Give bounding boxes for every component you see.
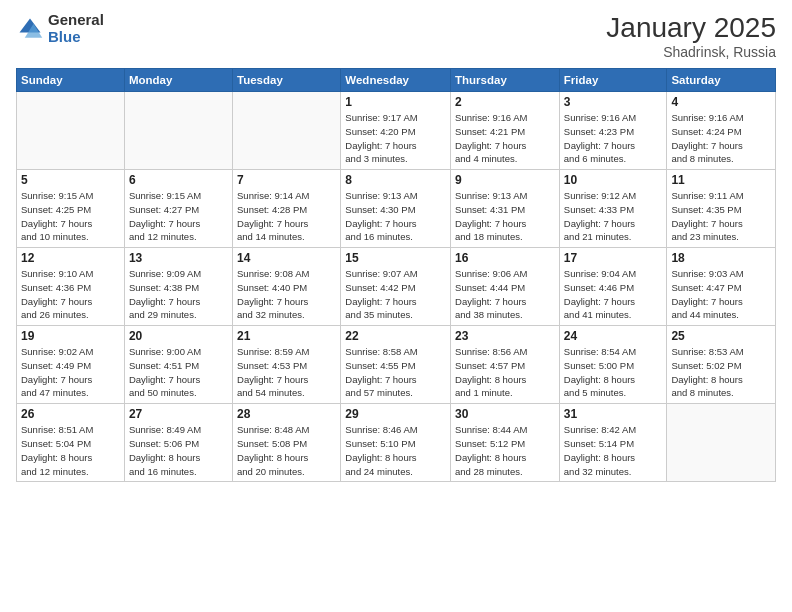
day-info: Sunrise: 9:04 AM Sunset: 4:46 PM Dayligh… [564, 267, 663, 322]
table-row: 13Sunrise: 9:09 AM Sunset: 4:38 PM Dayli… [124, 248, 232, 326]
day-info: Sunrise: 9:00 AM Sunset: 4:51 PM Dayligh… [129, 345, 228, 400]
day-number: 8 [345, 173, 446, 187]
day-number: 15 [345, 251, 446, 265]
day-number: 4 [671, 95, 771, 109]
day-number: 23 [455, 329, 555, 343]
table-row: 30Sunrise: 8:44 AM Sunset: 5:12 PM Dayli… [451, 404, 560, 482]
logo-general: General [48, 12, 104, 29]
day-info: Sunrise: 8:49 AM Sunset: 5:06 PM Dayligh… [129, 423, 228, 478]
day-info: Sunrise: 9:13 AM Sunset: 4:31 PM Dayligh… [455, 189, 555, 244]
col-tuesday: Tuesday [233, 69, 341, 92]
table-row: 24Sunrise: 8:54 AM Sunset: 5:00 PM Dayli… [559, 326, 667, 404]
day-number: 27 [129, 407, 228, 421]
logo-text: General Blue [48, 12, 104, 45]
day-number: 18 [671, 251, 771, 265]
table-row: 11Sunrise: 9:11 AM Sunset: 4:35 PM Dayli… [667, 170, 776, 248]
col-sunday: Sunday [17, 69, 125, 92]
day-info: Sunrise: 9:10 AM Sunset: 4:36 PM Dayligh… [21, 267, 120, 322]
day-number: 3 [564, 95, 663, 109]
day-info: Sunrise: 8:54 AM Sunset: 5:00 PM Dayligh… [564, 345, 663, 400]
table-row: 6Sunrise: 9:15 AM Sunset: 4:27 PM Daylig… [124, 170, 232, 248]
day-info: Sunrise: 8:48 AM Sunset: 5:08 PM Dayligh… [237, 423, 336, 478]
col-thursday: Thursday [451, 69, 560, 92]
day-number: 19 [21, 329, 120, 343]
day-info: Sunrise: 9:14 AM Sunset: 4:28 PM Dayligh… [237, 189, 336, 244]
day-number: 7 [237, 173, 336, 187]
day-number: 28 [237, 407, 336, 421]
calendar-week-row: 5Sunrise: 9:15 AM Sunset: 4:25 PM Daylig… [17, 170, 776, 248]
day-number: 2 [455, 95, 555, 109]
day-info: Sunrise: 9:07 AM Sunset: 4:42 PM Dayligh… [345, 267, 446, 322]
day-info: Sunrise: 8:42 AM Sunset: 5:14 PM Dayligh… [564, 423, 663, 478]
table-row: 2Sunrise: 9:16 AM Sunset: 4:21 PM Daylig… [451, 92, 560, 170]
day-info: Sunrise: 8:51 AM Sunset: 5:04 PM Dayligh… [21, 423, 120, 478]
table-row: 25Sunrise: 8:53 AM Sunset: 5:02 PM Dayli… [667, 326, 776, 404]
day-info: Sunrise: 9:03 AM Sunset: 4:47 PM Dayligh… [671, 267, 771, 322]
calendar-table: Sunday Monday Tuesday Wednesday Thursday… [16, 68, 776, 482]
day-number: 9 [455, 173, 555, 187]
logo: General Blue [16, 12, 104, 45]
day-number: 21 [237, 329, 336, 343]
calendar-week-row: 1Sunrise: 9:17 AM Sunset: 4:20 PM Daylig… [17, 92, 776, 170]
logo-blue: Blue [48, 29, 104, 46]
day-info: Sunrise: 8:53 AM Sunset: 5:02 PM Dayligh… [671, 345, 771, 400]
table-row: 7Sunrise: 9:14 AM Sunset: 4:28 PM Daylig… [233, 170, 341, 248]
day-info: Sunrise: 9:16 AM Sunset: 4:24 PM Dayligh… [671, 111, 771, 166]
day-info: Sunrise: 9:13 AM Sunset: 4:30 PM Dayligh… [345, 189, 446, 244]
day-info: Sunrise: 9:15 AM Sunset: 4:27 PM Dayligh… [129, 189, 228, 244]
col-saturday: Saturday [667, 69, 776, 92]
table-row: 1Sunrise: 9:17 AM Sunset: 4:20 PM Daylig… [341, 92, 451, 170]
day-number: 17 [564, 251, 663, 265]
page: General Blue January 2025 Shadrinsk, Rus… [0, 0, 792, 612]
day-number: 26 [21, 407, 120, 421]
month-title: January 2025 [606, 12, 776, 44]
day-number: 24 [564, 329, 663, 343]
col-friday: Friday [559, 69, 667, 92]
day-number: 13 [129, 251, 228, 265]
day-number: 6 [129, 173, 228, 187]
day-number: 14 [237, 251, 336, 265]
table-row: 31Sunrise: 8:42 AM Sunset: 5:14 PM Dayli… [559, 404, 667, 482]
day-number: 11 [671, 173, 771, 187]
table-row: 29Sunrise: 8:46 AM Sunset: 5:10 PM Dayli… [341, 404, 451, 482]
col-wednesday: Wednesday [341, 69, 451, 92]
table-row: 27Sunrise: 8:49 AM Sunset: 5:06 PM Dayli… [124, 404, 232, 482]
day-number: 31 [564, 407, 663, 421]
table-row: 23Sunrise: 8:56 AM Sunset: 4:57 PM Dayli… [451, 326, 560, 404]
day-number: 20 [129, 329, 228, 343]
table-row [124, 92, 232, 170]
table-row [17, 92, 125, 170]
day-info: Sunrise: 9:12 AM Sunset: 4:33 PM Dayligh… [564, 189, 663, 244]
calendar-week-row: 19Sunrise: 9:02 AM Sunset: 4:49 PM Dayli… [17, 326, 776, 404]
calendar-week-row: 26Sunrise: 8:51 AM Sunset: 5:04 PM Dayli… [17, 404, 776, 482]
day-info: Sunrise: 8:59 AM Sunset: 4:53 PM Dayligh… [237, 345, 336, 400]
location-subtitle: Shadrinsk, Russia [606, 44, 776, 60]
logo-icon [16, 15, 44, 43]
header: General Blue January 2025 Shadrinsk, Rus… [16, 12, 776, 60]
day-info: Sunrise: 9:09 AM Sunset: 4:38 PM Dayligh… [129, 267, 228, 322]
day-info: Sunrise: 8:56 AM Sunset: 4:57 PM Dayligh… [455, 345, 555, 400]
table-row: 4Sunrise: 9:16 AM Sunset: 4:24 PM Daylig… [667, 92, 776, 170]
table-row: 15Sunrise: 9:07 AM Sunset: 4:42 PM Dayli… [341, 248, 451, 326]
table-row: 3Sunrise: 9:16 AM Sunset: 4:23 PM Daylig… [559, 92, 667, 170]
table-row: 22Sunrise: 8:58 AM Sunset: 4:55 PM Dayli… [341, 326, 451, 404]
day-info: Sunrise: 9:02 AM Sunset: 4:49 PM Dayligh… [21, 345, 120, 400]
day-number: 12 [21, 251, 120, 265]
table-row: 16Sunrise: 9:06 AM Sunset: 4:44 PM Dayli… [451, 248, 560, 326]
title-block: January 2025 Shadrinsk, Russia [606, 12, 776, 60]
day-info: Sunrise: 8:58 AM Sunset: 4:55 PM Dayligh… [345, 345, 446, 400]
calendar-week-row: 12Sunrise: 9:10 AM Sunset: 4:36 PM Dayli… [17, 248, 776, 326]
table-row: 21Sunrise: 8:59 AM Sunset: 4:53 PM Dayli… [233, 326, 341, 404]
day-info: Sunrise: 9:16 AM Sunset: 4:23 PM Dayligh… [564, 111, 663, 166]
day-info: Sunrise: 9:15 AM Sunset: 4:25 PM Dayligh… [21, 189, 120, 244]
day-number: 1 [345, 95, 446, 109]
day-info: Sunrise: 9:16 AM Sunset: 4:21 PM Dayligh… [455, 111, 555, 166]
day-info: Sunrise: 9:08 AM Sunset: 4:40 PM Dayligh… [237, 267, 336, 322]
day-info: Sunrise: 9:11 AM Sunset: 4:35 PM Dayligh… [671, 189, 771, 244]
table-row: 20Sunrise: 9:00 AM Sunset: 4:51 PM Dayli… [124, 326, 232, 404]
table-row: 8Sunrise: 9:13 AM Sunset: 4:30 PM Daylig… [341, 170, 451, 248]
day-info: Sunrise: 8:46 AM Sunset: 5:10 PM Dayligh… [345, 423, 446, 478]
table-row: 18Sunrise: 9:03 AM Sunset: 4:47 PM Dayli… [667, 248, 776, 326]
day-number: 16 [455, 251, 555, 265]
calendar-header-row: Sunday Monday Tuesday Wednesday Thursday… [17, 69, 776, 92]
